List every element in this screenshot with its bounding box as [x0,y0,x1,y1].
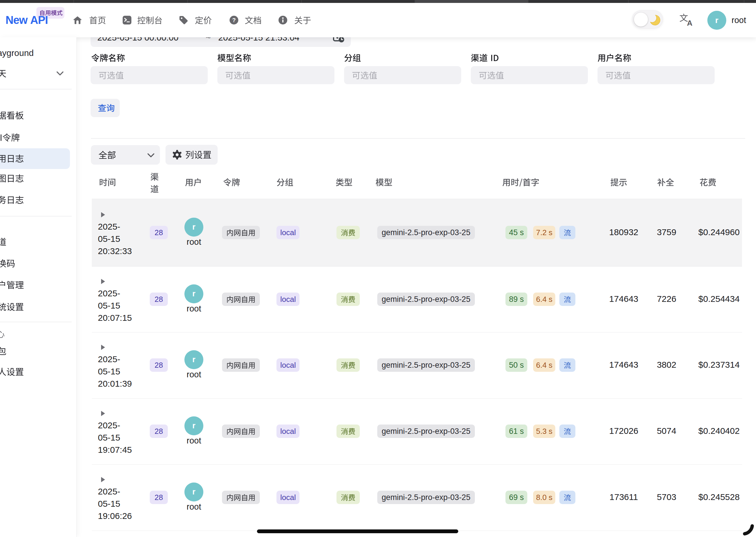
svg-text:?: ? [232,17,236,23]
